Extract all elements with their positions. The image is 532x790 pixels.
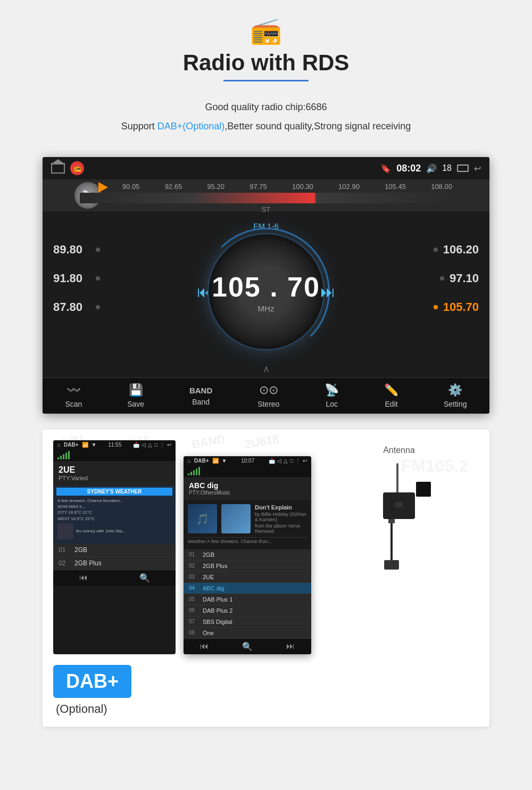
antenna-stick — [396, 463, 398, 495]
search-icon-2[interactable]: 🔍 — [242, 641, 253, 652]
subtitle-line2: Support DAB+(Optional),Better sound qual… — [121, 117, 411, 136]
title-underline — [223, 80, 309, 81]
preset-item[interactable]: 91.80 — [53, 271, 117, 285]
home-icon-dab2: ⌂ — [188, 458, 191, 464]
usb-plug — [395, 502, 403, 507]
song-artist: by Billie Holiday (Dżihan & Kamien) — [255, 512, 307, 522]
dab-channel-info-1: 2UE PTY:Varied — [53, 461, 176, 485]
right-preset-item[interactable]: 106.20 — [415, 243, 479, 257]
home-icon-dab: ⌂ — [57, 442, 61, 448]
dab-list-item[interactable]: 05DAB Plus 1 — [184, 594, 311, 605]
edit-icon: ✏️ — [384, 383, 398, 397]
dab-time-2: 10:07 — [241, 458, 254, 464]
dab-badge-section: DAB+ (Optional) — [53, 665, 479, 716]
dab-weather-section: SYDNEY'S WEATHER A few showers. Chance t… — [53, 485, 176, 544]
right-preset-item[interactable]: 105.70 — [415, 300, 479, 314]
edit-button[interactable]: ✏️ Edit — [384, 383, 398, 408]
right-preset-list: 106.20 97.10 105.70 — [404, 237, 489, 334]
frequency-dial[interactable]: 105 . 70 MHz — [207, 233, 325, 350]
dab-time-1: 11:55 — [108, 442, 121, 448]
band-button[interactable]: BAND Band — [189, 386, 212, 406]
dab-list-item[interactable]: 02 2GB Plus — [53, 557, 176, 570]
orange-arrow — [98, 182, 108, 193]
loc-icon: 📡 — [325, 383, 339, 397]
weather-thumb — [57, 523, 73, 539]
volume-icon: 🔊 — [426, 163, 437, 174]
dab-list-item-active[interactable]: 04ABC dig — [184, 583, 311, 594]
sim-icon: 🔖 — [380, 163, 391, 174]
signal-bars-2 — [188, 467, 307, 475]
subtitle-text: Good quality radio chip:6686 Support DAB… — [121, 97, 411, 136]
radio-toolbar: 〰️ Scan 💾 Save BAND Band ⊙⊙ Stereo 📡 Loc… — [43, 377, 489, 414]
setting-label: Setting — [444, 400, 467, 408]
status-left: 📻 — [51, 161, 84, 175]
freq-labels: 87.50 90.05 92.65 95.20 97.75 100.30 102… — [48, 183, 484, 191]
search-icon[interactable]: 🔍 — [139, 573, 150, 583]
stereo-button[interactable]: ⊙⊙ Stereo — [257, 383, 279, 408]
edit-label: Edit — [385, 400, 398, 408]
dab-controls-2: ⏮ 🔍 ⏭ — [184, 639, 311, 654]
dab-section: 2G8U 2S46 BAND 2U618 FM105.2 ⌂ DAB+ 📶 ▼ … — [43, 430, 489, 727]
dab-list-item[interactable]: 01 2GB — [53, 544, 176, 557]
dab-list-item[interactable]: 06DAB Plus 2 — [184, 605, 311, 616]
dab-channel-name-1: 2UE — [59, 465, 170, 475]
save-icon: 💾 — [129, 383, 143, 397]
signal-bar-row — [53, 449, 176, 461]
scan-button[interactable]: 〰️ Scan — [65, 383, 82, 408]
status-right: 🔖 08:02 🔊 18 ↩ — [380, 163, 481, 174]
radio-app-icon: 📻 — [70, 161, 84, 175]
loc-button[interactable]: 📡 Loc — [325, 383, 339, 408]
right-preset-item[interactable]: 97.10 — [415, 271, 479, 285]
save-button[interactable]: 💾 Save — [127, 383, 144, 408]
news-text: lks money with John Sta... — [76, 528, 126, 534]
dab-list-item[interactable]: 022GB Plus — [184, 561, 311, 572]
st-label: ST — [48, 205, 484, 213]
setting-button[interactable]: ⚙️ Setting — [444, 383, 467, 408]
dab-weather-text: Weather:A few showers. Chance thun... — [188, 537, 307, 545]
antenna-visual — [367, 463, 431, 570]
dab-statusbar-1: ⌂ DAB+ 📶 ▼ 11:55 📩 ◁ △ □ ⋮ ↩ — [53, 440, 176, 449]
page-title: Radio with RDS — [183, 50, 350, 76]
ruler-bar — [80, 193, 452, 203]
setting-icon: ⚙️ — [448, 383, 462, 397]
prev-icon-2[interactable]: ⏮ — [200, 641, 209, 652]
dab-channel-name-2: ABC dig — [189, 481, 306, 490]
dab-list-1: 01 2GB 02 2GB Plus — [53, 544, 176, 570]
left-preset-list: 89.80 91.80 87.80 — [43, 237, 128, 334]
dab-app-label-2: DAB+ — [194, 458, 209, 464]
time-display: 08:02 — [396, 163, 421, 174]
next-icon-2[interactable]: ⏭ — [286, 641, 295, 652]
album-art-1: 🎵 — [188, 504, 217, 533]
wifi-icon: ▼ — [92, 442, 97, 448]
dab-list-item[interactable]: 07SBS Digital — [184, 616, 311, 628]
usb-dongle-body — [383, 492, 415, 519]
status-bar: 📻 🔖 08:02 🔊 18 ↩ — [43, 157, 489, 179]
dab-list-item[interactable]: 08One — [184, 628, 311, 639]
save-label: Save — [127, 400, 144, 408]
prev-icon[interactable]: ⏮ — [79, 573, 88, 583]
expand-button[interactable]: ∧ — [43, 360, 489, 377]
antenna-square — [416, 482, 431, 497]
dab-list-item[interactable]: 012GB — [184, 549, 311, 561]
usb-cable — [390, 523, 393, 565]
signal-icon: 📶 — [82, 442, 88, 448]
song-info: Don't Explain by Billie Holiday (Dżihan … — [255, 504, 307, 534]
song-album: from the album Verve Remixed — [255, 523, 307, 534]
loc-label: Loc — [326, 400, 338, 408]
dab-app-label: DAB+ — [64, 442, 79, 448]
stereo-label: Stereo — [257, 400, 279, 408]
radio-icon: 📻 — [250, 16, 282, 46]
preset-item[interactable]: 89.80 — [53, 243, 117, 257]
home-icon — [51, 163, 65, 174]
scan-icon: 〰️ — [66, 383, 81, 397]
preset-item[interactable]: 87.80 — [53, 300, 117, 314]
dab-controls-1: ⏮ 🔍 — [53, 570, 176, 586]
album-section: 🎵 Don't Explain by Billie Holiday (Dżiha… — [188, 504, 307, 534]
next-button[interactable]: ⏭ — [320, 283, 335, 301]
stereo-icon: ⊙⊙ — [259, 383, 278, 397]
dab-list-item[interactable]: 032UE — [184, 572, 311, 583]
weather-title: SYDNEY'S WEATHER — [56, 488, 172, 496]
signal-bars — [57, 451, 70, 459]
dab-optional: (Optional) — [56, 702, 107, 716]
antenna-section: Antenna — [319, 440, 479, 654]
